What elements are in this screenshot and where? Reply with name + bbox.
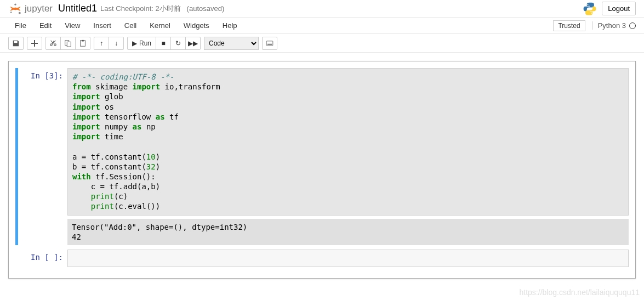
menu-help[interactable]: Help — [216, 19, 244, 32]
run-button[interactable]: ▶︎ Run — [127, 37, 156, 50]
menu-view[interactable]: View — [58, 19, 87, 32]
menu-kernel[interactable]: Kernel — [143, 19, 177, 32]
menu-edit[interactable]: Edit — [33, 19, 58, 32]
notebook-title[interactable]: Untitled1 — [58, 3, 97, 14]
input-prompt: In [3]: — [18, 68, 67, 245]
stop-button[interactable]: ■ — [156, 37, 171, 50]
checkpoint-text: Last Checkpoint: 2小时前 (autosaved) — [100, 4, 224, 14]
code-cell[interactable]: In [ ]: — [15, 250, 629, 267]
jupyter-logo[interactable]: jupyter — [8, 2, 53, 16]
trusted-badge[interactable]: Trusted — [553, 20, 585, 31]
svg-point-1 — [10, 12, 12, 13]
toolbar: ↑ ↓ ▶︎ Run ■ ↻ ▶▶︎ Code — [0, 34, 644, 53]
copy-button[interactable] — [60, 37, 76, 50]
svg-point-0 — [14, 3, 16, 5]
move-up-button[interactable]: ↑ — [94, 37, 109, 50]
input-prompt: In [ ]: — [18, 250, 67, 267]
cell-type-select[interactable]: Code — [204, 37, 259, 50]
logout-button[interactable]: Logout — [602, 2, 636, 15]
menu-insert[interactable]: Insert — [87, 19, 118, 32]
menubar: File Edit View Insert Cell Kernel Widget… — [0, 18, 644, 34]
python-icon — [582, 1, 597, 16]
menu-cell[interactable]: Cell — [118, 19, 143, 32]
restart-button[interactable]: ↻ — [170, 37, 186, 50]
menu-file[interactable]: File — [8, 19, 33, 32]
code-cell[interactable]: In [3]: # -*- coding:UTF-8 -*- from skim… — [15, 68, 629, 245]
move-down-button[interactable]: ↓ — [109, 37, 124, 50]
notebook-container: In [3]: # -*- coding:UTF-8 -*- from skim… — [0, 53, 644, 287]
kernel-indicator[interactable]: Python 3 — [592, 21, 636, 30]
logo-text: jupyter — [25, 3, 53, 14]
svg-rect-6 — [82, 39, 84, 41]
code-input[interactable]: # -*- coding:UTF-8 -*- from skimage impo… — [67, 68, 629, 216]
command-palette-button[interactable] — [262, 37, 277, 50]
svg-rect-7 — [266, 41, 273, 45]
paste-button[interactable] — [75, 37, 90, 50]
cell-output: Tensor("Add:0", shape=(), dtype=int32) 4… — [67, 219, 629, 245]
kernel-status-icon — [629, 22, 636, 29]
svg-point-2 — [19, 12, 21, 14]
add-cell-button[interactable] — [27, 37, 42, 50]
restart-run-all-button[interactable]: ▶▶︎ — [185, 37, 201, 50]
code-input[interactable] — [67, 250, 629, 267]
cut-button[interactable] — [45, 37, 61, 50]
header: jupyter Untitled1 Last Checkpoint: 2小时前 … — [0, 0, 644, 18]
save-button[interactable] — [8, 37, 24, 50]
svg-rect-8 — [267, 43, 272, 44]
svg-rect-4 — [67, 42, 71, 47]
menu-widgets[interactable]: Widgets — [177, 19, 216, 32]
